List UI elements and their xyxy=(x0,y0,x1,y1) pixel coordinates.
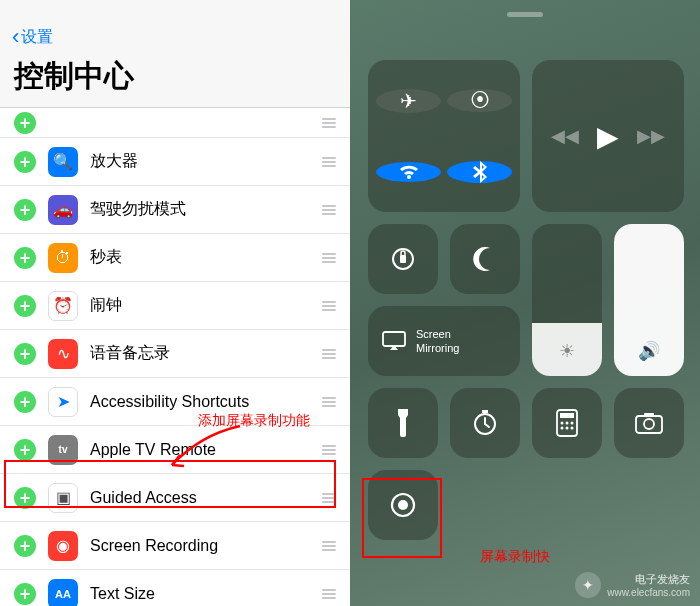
rotation-lock-icon xyxy=(388,244,418,274)
add-button[interactable] xyxy=(14,439,36,461)
add-button[interactable] xyxy=(14,199,36,221)
watermark-url: www.elecfans.com xyxy=(607,587,690,598)
reorder-handle-icon[interactable] xyxy=(322,205,336,215)
add-button[interactable] xyxy=(14,583,36,605)
reorder-handle-icon[interactable] xyxy=(322,118,336,128)
row-label: 放大器 xyxy=(90,151,322,172)
add-button[interactable] xyxy=(14,295,36,317)
bluetooth-icon xyxy=(473,161,487,183)
watermark-brand: 电子发烧友 xyxy=(607,572,690,587)
accessibility-icon: ➤ xyxy=(48,387,78,417)
add-button[interactable] xyxy=(14,247,36,269)
stopwatch-icon: ⏱ xyxy=(48,243,78,273)
svg-point-11 xyxy=(566,427,569,430)
guided-access-icon: ▣ xyxy=(48,483,78,513)
back-label: 设置 xyxy=(21,27,53,48)
cellular-data-button[interactable]: ⦿ xyxy=(447,89,512,112)
watermark-logo-icon: ✦ xyxy=(575,572,601,598)
list-row: AAText Size xyxy=(0,570,350,606)
svg-point-12 xyxy=(571,427,574,430)
annotation-text: 添加屏幕录制功能 xyxy=(198,412,310,430)
row-label: Apple TV Remote xyxy=(90,441,322,459)
list-row: 🚗驾驶勿扰模式 xyxy=(0,186,350,234)
screen-mirroring-icon xyxy=(382,331,406,351)
flashlight-button[interactable] xyxy=(368,388,438,458)
list-row: ∿语音备忘录 xyxy=(0,330,350,378)
wifi-icon xyxy=(397,162,421,182)
reorder-handle-icon[interactable] xyxy=(322,157,336,167)
chevron-left-icon: ‹ xyxy=(12,26,19,48)
settings-panel: ‹ 设置 控制中心 - 🔍放大器🚗驾驶勿扰模式⏱秒表⏰闹钟∿语音备忘录➤Acce… xyxy=(0,0,350,606)
calculator-icon xyxy=(556,409,578,437)
svg-point-17 xyxy=(398,500,408,510)
connectivity-card: ✈ ⦿ xyxy=(368,60,520,212)
add-button[interactable] xyxy=(14,487,36,509)
voice-memo-icon: ∿ xyxy=(48,339,78,369)
reorder-handle-icon[interactable] xyxy=(322,253,336,263)
row-label: 驾驶勿扰模式 xyxy=(90,199,322,220)
reorder-handle-icon[interactable] xyxy=(322,349,336,359)
camera-button[interactable] xyxy=(614,388,684,458)
calculator-button[interactable] xyxy=(532,388,602,458)
camera-icon xyxy=(635,412,663,434)
control-center-grid: ✈ ⦿ ◀◀ ▶ ▶▶ ☀ 🔊 xyxy=(368,60,682,540)
play-icon[interactable]: ▶ xyxy=(597,120,619,153)
annotation-text-cc: 屏幕录制快 xyxy=(480,548,550,566)
add-button[interactable] xyxy=(14,535,36,557)
back-button[interactable]: ‹ 设置 xyxy=(12,26,338,48)
bluetooth-button[interactable] xyxy=(447,161,512,183)
timer-button[interactable] xyxy=(450,388,520,458)
timer-icon xyxy=(471,409,499,437)
reorder-handle-icon[interactable] xyxy=(322,493,336,503)
sun-icon: ☀ xyxy=(559,340,575,362)
airplane-icon: ✈ xyxy=(400,89,417,113)
reorder-handle-icon[interactable] xyxy=(322,589,336,599)
add-button[interactable] xyxy=(14,112,36,134)
nav-header: ‹ 设置 xyxy=(0,20,350,52)
row-label: Screen Recording xyxy=(90,537,322,555)
svg-point-14 xyxy=(644,419,654,429)
flashlight-icon xyxy=(396,409,410,437)
orientation-lock-button[interactable] xyxy=(368,224,438,294)
car-icon: 🚗 xyxy=(48,195,78,225)
svg-rect-1 xyxy=(400,255,406,263)
add-button[interactable] xyxy=(14,343,36,365)
prev-track-icon[interactable]: ◀◀ xyxy=(551,125,579,147)
list-row: ⏰闹钟 xyxy=(0,282,350,330)
watermark: ✦ 电子发烧友 www.elecfans.com xyxy=(575,572,690,598)
list-row: ◉Screen Recording xyxy=(0,522,350,570)
svg-rect-6 xyxy=(560,413,574,418)
svg-point-10 xyxy=(561,427,564,430)
list-row: 🔍放大器 xyxy=(0,138,350,186)
speaker-icon: 🔊 xyxy=(638,340,660,362)
screen-record-icon: ◉ xyxy=(48,531,78,561)
wifi-button[interactable] xyxy=(376,162,441,182)
do-not-disturb-button[interactable] xyxy=(450,224,520,294)
volume-slider[interactable]: 🔊 xyxy=(614,224,684,376)
reorder-handle-icon[interactable] xyxy=(322,445,336,455)
svg-rect-4 xyxy=(482,410,488,413)
svg-point-7 xyxy=(561,422,564,425)
add-button[interactable] xyxy=(14,151,36,173)
apple-tv-icon: tv xyxy=(48,435,78,465)
reorder-handle-icon[interactable] xyxy=(322,541,336,551)
airplane-mode-button[interactable]: ✈ xyxy=(376,89,441,113)
brightness-slider[interactable]: ☀ xyxy=(532,224,602,376)
svg-rect-2 xyxy=(383,332,405,346)
list-row: ⏱秒表 xyxy=(0,234,350,282)
title-bar: 控制中心 xyxy=(0,52,350,108)
row-label: 秒表 xyxy=(90,247,322,268)
grabber-handle-icon[interactable] xyxy=(507,12,543,17)
media-card[interactable]: ◀◀ ▶ ▶▶ xyxy=(532,60,684,212)
add-button[interactable] xyxy=(14,391,36,413)
screen-recording-button[interactable] xyxy=(368,470,438,540)
next-track-icon[interactable]: ▶▶ xyxy=(637,125,665,147)
moon-icon xyxy=(472,246,498,272)
page-title: 控制中心 xyxy=(14,56,336,97)
screen-mirroring-button[interactable]: Screen Mirroring xyxy=(368,306,520,376)
row-label: Accessibility Shortcuts xyxy=(90,393,322,411)
reorder-handle-icon[interactable] xyxy=(322,397,336,407)
row-label: Text Size xyxy=(90,585,322,603)
alarm-icon: ⏰ xyxy=(48,291,78,321)
reorder-handle-icon[interactable] xyxy=(322,301,336,311)
